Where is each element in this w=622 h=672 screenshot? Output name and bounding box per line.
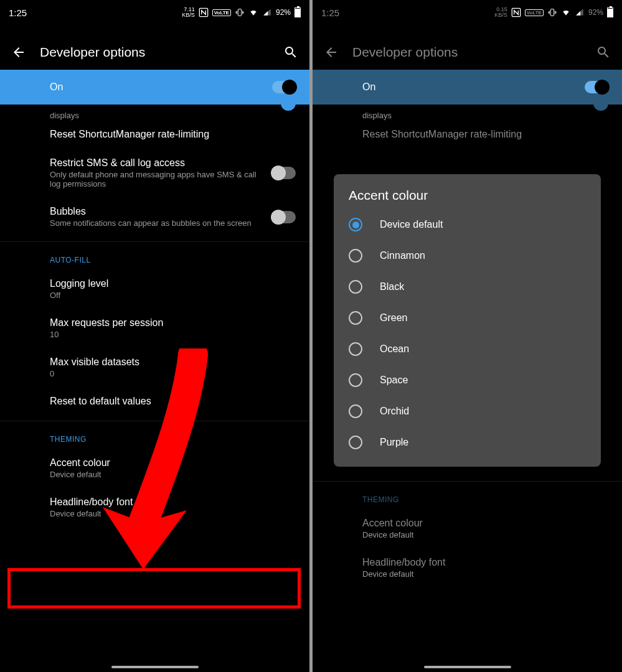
setting-accent-colour: Accent colour Device default	[362, 509, 608, 548]
status-right: 7.11KB/S VoLTE 92%	[182, 7, 301, 18]
setting-reset-shortcut[interactable]: Reset ShortcutManager rate-limiting	[50, 120, 296, 149]
toggle-bubbles[interactable]	[272, 211, 296, 223]
radio-ocean[interactable]: Ocean	[334, 334, 601, 365]
setting-reset-shortcut: Reset ShortcutManager rate-limiting	[362, 120, 608, 149]
radio-icon	[349, 218, 362, 231]
wifi-icon	[248, 7, 258, 17]
screen-right: 1:25 0.15KB/S VoLTE 92% Developer option…	[313, 0, 622, 672]
prev-setting-sub: displays	[50, 111, 296, 120]
screen-left: 1:25 7.11KB/S VoLTE 92% Developer option…	[0, 0, 309, 672]
setting-max-requests[interactable]: Max requests per session 10	[50, 309, 296, 348]
radio-device-default[interactable]: Device default	[334, 209, 601, 240]
switch-label: On	[50, 82, 63, 93]
battery-icon	[607, 7, 613, 17]
network-speed: 7.11KB/S	[182, 7, 195, 18]
back-icon[interactable]	[11, 45, 26, 60]
radio-cinnamon[interactable]: Cinnamon	[334, 240, 601, 271]
status-time: 1:25	[9, 7, 27, 18]
radio-icon	[349, 342, 362, 356]
toggle-sms[interactable]	[272, 167, 296, 179]
status-bar: 1:25 0.15KB/S VoLTE 92%	[313, 0, 622, 22]
radio-icon	[349, 436, 362, 449]
section-theming: THEMING	[362, 482, 608, 509]
vibrate-icon	[235, 7, 245, 17]
section-autofill: AUTO-FILL	[50, 242, 296, 269]
app-header: Developer options	[0, 35, 309, 70]
search-icon[interactable]	[596, 45, 611, 60]
nfc-icon	[199, 7, 209, 17]
page-title: Developer options	[40, 45, 270, 60]
nfc-icon	[511, 7, 521, 17]
setting-bubbles[interactable]: Bubbles Some notifications can appear as…	[50, 197, 296, 236]
battery-pct: 92%	[588, 8, 603, 17]
setting-headline-font: Headline/body font Device default	[362, 548, 608, 587]
dialog-title: Accent colour	[334, 188, 601, 209]
radio-icon	[349, 311, 362, 325]
battery-icon	[295, 7, 301, 17]
status-bar: 1:25 7.11KB/S VoLTE 92%	[0, 0, 309, 22]
status-time: 1:25	[321, 7, 339, 18]
network-speed: 0.15KB/S	[494, 7, 507, 18]
annotation-arrow	[100, 348, 224, 579]
radio-black[interactable]: Black	[334, 271, 601, 302]
volte-icon: VoLTE	[212, 9, 231, 16]
switch-label: On	[362, 82, 375, 93]
radio-orchid[interactable]: Orchid	[334, 396, 601, 427]
master-switch: On	[313, 70, 622, 105]
back-icon[interactable]	[324, 45, 339, 60]
radio-icon	[349, 404, 362, 418]
page-title: Developer options	[352, 45, 582, 60]
wifi-icon	[561, 7, 571, 17]
svg-rect-3	[550, 9, 554, 16]
partial-prev-toggle	[362, 105, 622, 110]
battery-pct: 92%	[276, 8, 291, 17]
volte-icon: VoLTE	[525, 9, 544, 16]
radio-icon	[349, 249, 362, 263]
nav-pill[interactable]	[424, 666, 511, 668]
toggle-on[interactable]	[272, 81, 296, 93]
app-header: Developer options	[313, 35, 622, 70]
signal-icon	[262, 7, 272, 17]
search-icon[interactable]	[283, 45, 298, 60]
radio-icon	[349, 280, 362, 294]
radio-icon	[349, 373, 362, 387]
vibrate-icon	[547, 7, 557, 17]
radio-green[interactable]: Green	[334, 302, 601, 334]
toggle-on	[585, 81, 608, 93]
radio-space[interactable]: Space	[334, 365, 601, 396]
master-switch[interactable]: On	[0, 70, 309, 105]
status-right: 0.15KB/S VoLTE 92%	[494, 7, 613, 18]
nav-pill[interactable]	[111, 666, 199, 668]
signal-icon	[575, 7, 585, 17]
setting-logging[interactable]: Logging level Off	[50, 269, 296, 309]
partial-prev-toggle	[50, 105, 309, 110]
prev-setting-sub: displays	[362, 111, 608, 120]
setting-restrict-sms[interactable]: Restrict SMS & call log access Only defa…	[50, 149, 296, 197]
accent-colour-dialog: Accent colour Device default Cinnamon Bl…	[334, 174, 601, 467]
radio-purple[interactable]: Purple	[334, 427, 601, 458]
svg-rect-1	[238, 9, 241, 16]
